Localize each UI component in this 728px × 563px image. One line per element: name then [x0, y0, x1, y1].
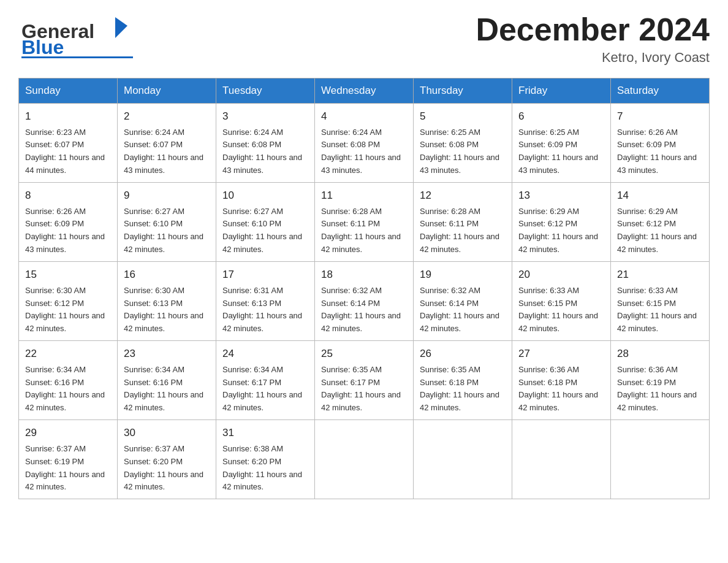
day-number: 21: [617, 267, 703, 283]
day-info: Sunrise: 6:25 AMSunset: 6:08 PMDaylight:…: [420, 128, 499, 175]
calendar-cell: 4Sunrise: 6:24 AMSunset: 6:08 PMDaylight…: [315, 104, 414, 183]
day-number: 29: [25, 425, 111, 441]
day-number: 6: [518, 109, 604, 124]
calendar-cell: 3Sunrise: 6:24 AMSunset: 6:08 PMDaylight…: [216, 104, 315, 183]
day-number: 4: [321, 109, 407, 124]
calendar-cell: 23Sunrise: 6:34 AMSunset: 6:16 PMDayligh…: [118, 341, 216, 420]
calendar-cell: 27Sunrise: 6:36 AMSunset: 6:18 PMDayligh…: [512, 341, 611, 420]
day-number: 18: [321, 267, 407, 283]
calendar-cell: 2Sunrise: 6:24 AMSunset: 6:07 PMDaylight…: [118, 104, 216, 183]
day-info: Sunrise: 6:32 AMSunset: 6:14 PMDaylight:…: [420, 286, 499, 334]
calendar-cell: 9Sunrise: 6:27 AMSunset: 6:10 PMDaylight…: [118, 183, 216, 262]
day-info: Sunrise: 6:35 AMSunset: 6:17 PMDaylight:…: [321, 365, 401, 413]
day-info: Sunrise: 6:34 AMSunset: 6:16 PMDaylight:…: [25, 365, 105, 413]
day-number: 19: [420, 267, 506, 283]
day-number: 26: [420, 346, 506, 362]
calendar-cell: 11Sunrise: 6:28 AMSunset: 6:11 PMDayligh…: [315, 183, 414, 262]
day-number: 28: [617, 346, 703, 362]
day-number: 27: [518, 346, 604, 362]
day-number: 2: [124, 109, 210, 124]
day-info: Sunrise: 6:29 AMSunset: 6:12 PMDaylight:…: [518, 207, 598, 255]
calendar-cell: 15Sunrise: 6:30 AMSunset: 6:12 PMDayligh…: [19, 262, 118, 341]
title-section: December 2024 Ketro, Ivory Coast: [476, 12, 710, 66]
calendar-cell: [512, 420, 611, 499]
day-info: Sunrise: 6:29 AMSunset: 6:12 PMDaylight:…: [617, 207, 697, 255]
day-info: Sunrise: 6:34 AMSunset: 6:17 PMDaylight:…: [222, 365, 302, 413]
day-info: Sunrise: 6:35 AMSunset: 6:18 PMDaylight:…: [420, 365, 499, 413]
calendar-cell: 26Sunrise: 6:35 AMSunset: 6:18 PMDayligh…: [414, 341, 512, 420]
day-number: 7: [617, 109, 703, 124]
calendar-cell: 30Sunrise: 6:37 AMSunset: 6:20 PMDayligh…: [118, 420, 216, 499]
day-info: Sunrise: 6:33 AMSunset: 6:15 PMDaylight:…: [518, 286, 598, 334]
calendar-cell: 25Sunrise: 6:35 AMSunset: 6:17 PMDayligh…: [315, 341, 414, 420]
location: Ketro, Ivory Coast: [476, 50, 710, 66]
day-number: 13: [518, 188, 604, 204]
day-number: 1: [25, 109, 111, 124]
weekday-header-sunday: Sunday: [19, 79, 118, 104]
day-number: 20: [518, 267, 604, 283]
day-info: Sunrise: 6:37 AMSunset: 6:19 PMDaylight:…: [25, 444, 105, 492]
calendar-cell: 10Sunrise: 6:27 AMSunset: 6:10 PMDayligh…: [216, 183, 315, 262]
day-number: 23: [124, 346, 210, 362]
day-info: Sunrise: 6:28 AMSunset: 6:11 PMDaylight:…: [321, 207, 401, 255]
calendar-cell: 20Sunrise: 6:33 AMSunset: 6:15 PMDayligh…: [512, 262, 611, 341]
weekday-header-monday: Monday: [118, 79, 216, 104]
calendar-cell: 5Sunrise: 6:25 AMSunset: 6:08 PMDaylight…: [414, 104, 512, 183]
day-info: Sunrise: 6:24 AMSunset: 6:08 PMDaylight:…: [321, 128, 401, 175]
day-info: Sunrise: 6:27 AMSunset: 6:10 PMDaylight:…: [222, 207, 302, 255]
day-info: Sunrise: 6:38 AMSunset: 6:20 PMDaylight:…: [222, 444, 302, 492]
day-info: Sunrise: 6:25 AMSunset: 6:09 PMDaylight:…: [518, 128, 598, 175]
calendar-cell: 14Sunrise: 6:29 AMSunset: 6:12 PMDayligh…: [611, 183, 710, 262]
day-number: 9: [124, 188, 210, 204]
day-number: 5: [420, 109, 506, 124]
weekday-header-tuesday: Tuesday: [216, 79, 315, 104]
calendar-week-3: 15Sunrise: 6:30 AMSunset: 6:12 PMDayligh…: [19, 262, 710, 341]
day-info: Sunrise: 6:28 AMSunset: 6:11 PMDaylight:…: [420, 207, 499, 255]
day-info: Sunrise: 6:26 AMSunset: 6:09 PMDaylight:…: [25, 207, 105, 255]
calendar-cell: 17Sunrise: 6:31 AMSunset: 6:13 PMDayligh…: [216, 262, 315, 341]
calendar-cell: 18Sunrise: 6:32 AMSunset: 6:14 PMDayligh…: [315, 262, 414, 341]
calendar-week-2: 8Sunrise: 6:26 AMSunset: 6:09 PMDaylight…: [19, 183, 710, 262]
day-number: 10: [222, 188, 308, 204]
calendar-cell: 1Sunrise: 6:23 AMSunset: 6:07 PMDaylight…: [19, 104, 118, 183]
day-number: 15: [25, 267, 111, 283]
svg-marker-1: [115, 17, 127, 38]
day-number: 22: [25, 346, 111, 362]
calendar-cell: 22Sunrise: 6:34 AMSunset: 6:16 PMDayligh…: [19, 341, 118, 420]
day-info: Sunrise: 6:27 AMSunset: 6:10 PMDaylight:…: [124, 207, 203, 255]
weekday-header-thursday: Thursday: [414, 79, 512, 104]
calendar-cell: 7Sunrise: 6:26 AMSunset: 6:09 PMDaylight…: [611, 104, 710, 183]
day-number: 8: [25, 188, 111, 204]
day-number: 3: [222, 109, 308, 124]
calendar-cell: 8Sunrise: 6:26 AMSunset: 6:09 PMDaylight…: [19, 183, 118, 262]
calendar-table: SundayMondayTuesdayWednesdayThursdayFrid…: [18, 78, 710, 499]
calendar-week-1: 1Sunrise: 6:23 AMSunset: 6:07 PMDaylight…: [19, 104, 710, 183]
calendar-cell: [315, 420, 414, 499]
calendar-week-5: 29Sunrise: 6:37 AMSunset: 6:19 PMDayligh…: [19, 420, 710, 499]
calendar-cell: 24Sunrise: 6:34 AMSunset: 6:17 PMDayligh…: [216, 341, 315, 420]
day-info: Sunrise: 6:26 AMSunset: 6:09 PMDaylight:…: [617, 128, 697, 175]
day-number: 31: [222, 425, 308, 441]
calendar-cell: 29Sunrise: 6:37 AMSunset: 6:19 PMDayligh…: [19, 420, 118, 499]
day-info: Sunrise: 6:36 AMSunset: 6:18 PMDaylight:…: [518, 365, 598, 413]
svg-text:Blue: Blue: [21, 36, 64, 58]
day-number: 11: [321, 188, 407, 204]
day-number: 16: [124, 267, 210, 283]
calendar-cell: 19Sunrise: 6:32 AMSunset: 6:14 PMDayligh…: [414, 262, 512, 341]
day-info: Sunrise: 6:30 AMSunset: 6:12 PMDaylight:…: [25, 286, 105, 334]
day-info: Sunrise: 6:24 AMSunset: 6:07 PMDaylight:…: [124, 128, 203, 175]
day-info: Sunrise: 6:32 AMSunset: 6:14 PMDaylight:…: [321, 286, 401, 334]
day-info: Sunrise: 6:36 AMSunset: 6:19 PMDaylight:…: [617, 365, 697, 413]
calendar-cell: 6Sunrise: 6:25 AMSunset: 6:09 PMDaylight…: [512, 104, 611, 183]
day-info: Sunrise: 6:33 AMSunset: 6:15 PMDaylight:…: [617, 286, 697, 334]
page-header: General Blue December 2024 Ketro, Ivory …: [18, 12, 710, 66]
day-number: 30: [124, 425, 210, 441]
weekday-header-row: SundayMondayTuesdayWednesdayThursdayFrid…: [19, 79, 710, 104]
day-number: 14: [617, 188, 703, 204]
day-number: 17: [222, 267, 308, 283]
month-title: December 2024: [476, 12, 710, 47]
calendar-cell: 31Sunrise: 6:38 AMSunset: 6:20 PMDayligh…: [216, 420, 315, 499]
logo: General Blue: [18, 12, 135, 58]
calendar-cell: 12Sunrise: 6:28 AMSunset: 6:11 PMDayligh…: [414, 183, 512, 262]
day-number: 24: [222, 346, 308, 362]
